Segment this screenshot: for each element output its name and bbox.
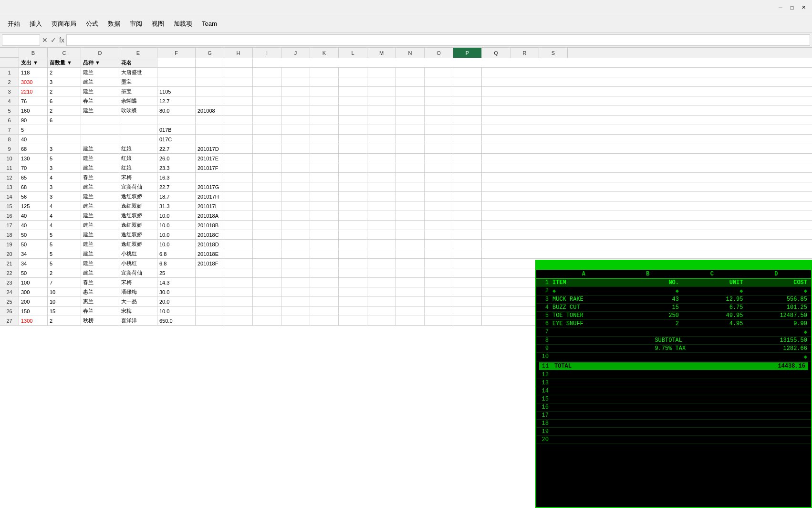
col-header-r[interactable]: R	[510, 48, 539, 58]
cell-b[interactable]: 40	[19, 211, 48, 220]
cell-e[interactable]: 逸红双娇	[119, 230, 157, 239]
cell-d[interactable]: 建兰	[81, 249, 119, 258]
col-header-p[interactable]: P	[453, 48, 482, 58]
cell-d[interactable]: 建兰	[81, 154, 119, 163]
cell-b[interactable]: 50	[19, 240, 48, 249]
cell-c[interactable]	[48, 125, 81, 134]
cell-f[interactable]: 6.8	[157, 249, 196, 258]
cell-f[interactable]: 017B	[157, 125, 196, 134]
cell-c[interactable]: 5	[48, 154, 81, 163]
cell-b[interactable]: 65	[19, 173, 48, 182]
cell-c[interactable]: 6	[48, 96, 81, 106]
col-header-n[interactable]: N	[396, 48, 425, 58]
cell-f[interactable]: 20.0	[157, 297, 196, 306]
cell-d[interactable]: 建兰	[81, 230, 119, 239]
cell-g[interactable]	[196, 116, 224, 125]
cell-d[interactable]: 建兰	[81, 182, 119, 191]
cell-e[interactable]: 逸红双娇	[119, 201, 157, 211]
cell-e[interactable]: 墨宝	[119, 77, 157, 86]
cell-c[interactable]	[48, 135, 81, 144]
cell-b[interactable]: 1300	[19, 316, 48, 325]
cell-d[interactable]	[81, 125, 119, 134]
cell-d[interactable]: 建兰	[81, 268, 119, 277]
cell-e[interactable]: 宜宾荷仙	[119, 182, 157, 191]
cell-f[interactable]: 30.0	[157, 287, 196, 296]
cell-b[interactable]: 300	[19, 287, 48, 296]
cell-e[interactable]	[119, 135, 157, 144]
cell-e[interactable]: 喜洋洋	[119, 316, 157, 325]
cell-c[interactable]: 6	[48, 116, 81, 125]
cell-e[interactable]: 小桃红	[119, 259, 157, 268]
cell-f[interactable]: 12.7	[157, 96, 196, 106]
cell-c[interactable]: 5	[48, 240, 81, 249]
cell-e[interactable]: 潘绿梅	[119, 287, 157, 296]
cell-g[interactable]: 201018E	[196, 249, 224, 258]
menu-addins[interactable]: 加载项	[170, 18, 196, 30]
col-header-q[interactable]: Q	[482, 48, 510, 58]
cell-b[interactable]: 160	[19, 106, 48, 115]
cell-c[interactable]: 7	[48, 278, 81, 287]
col-header-b[interactable]: B	[19, 48, 48, 58]
cell-c[interactable]: 5	[48, 259, 81, 268]
cell-b[interactable]: 50	[19, 268, 48, 277]
header-e[interactable]: 花名	[119, 58, 157, 67]
maximize-button[interactable]: □	[787, 3, 797, 12]
cell-c[interactable]: 3	[48, 163, 81, 172]
cell-e[interactable]: 红娘	[119, 144, 157, 153]
cell-b[interactable]: 34	[19, 259, 48, 268]
cell-c[interactable]: 15	[48, 307, 81, 316]
cell-g[interactable]	[196, 316, 224, 325]
cell-g[interactable]: 201018A	[196, 211, 224, 220]
cell-c[interactable]: 2	[48, 87, 81, 96]
cell-e[interactable]: 红娘	[119, 154, 157, 163]
cell-g[interactable]	[196, 68, 224, 77]
cell-d[interactable]: 建兰	[81, 211, 119, 220]
cell-b[interactable]: 70	[19, 163, 48, 172]
cell-g[interactable]	[196, 287, 224, 296]
cell-f[interactable]	[157, 77, 196, 86]
menu-insert[interactable]: 插入	[26, 18, 46, 30]
cell-g[interactable]	[196, 96, 224, 106]
cell-g[interactable]: 201017F	[196, 163, 224, 172]
cell-e[interactable]	[119, 125, 157, 134]
formula-input[interactable]	[66, 34, 810, 46]
menu-view[interactable]: 视图	[148, 18, 168, 30]
cell-b[interactable]: 150	[19, 307, 48, 316]
cell-c[interactable]: 4	[48, 221, 81, 230]
cell-b[interactable]: 40	[19, 135, 48, 144]
menu-start[interactable]: 开始	[4, 18, 24, 30]
cell-e[interactable]: 大唐盛世	[119, 68, 157, 77]
cell-f[interactable]: 650.0	[157, 316, 196, 325]
cell-b[interactable]: 125	[19, 201, 48, 211]
col-header-o[interactable]: O	[425, 48, 453, 58]
cell-f[interactable]: 017C	[157, 135, 196, 144]
cell-e[interactable]: 红娘	[119, 163, 157, 172]
cell-g[interactable]	[196, 307, 224, 316]
cell-g[interactable]	[196, 77, 224, 86]
cell-e[interactable]: 宜宾荷仙	[119, 268, 157, 277]
cell-g[interactable]: 201017I	[196, 201, 224, 211]
cell-e[interactable]: 小桃红	[119, 249, 157, 258]
menu-formula[interactable]: 公式	[82, 18, 102, 30]
cell-c[interactable]: 2	[48, 68, 81, 77]
cell-c[interactable]: 3	[48, 182, 81, 191]
cell-d[interactable]: 建兰	[81, 259, 119, 268]
cell-d[interactable]: 春兰	[81, 278, 119, 287]
cell-b[interactable]: 40	[19, 221, 48, 230]
cell-c[interactable]: 4	[48, 173, 81, 182]
cell-g[interactable]: 201017D	[196, 144, 224, 153]
cell-c[interactable]: 3	[48, 77, 81, 86]
cell-g[interactable]: 201018F	[196, 259, 224, 268]
cell-f[interactable]: 25	[157, 268, 196, 277]
cell-e[interactable]: 余蝴蝶	[119, 96, 157, 106]
header-d[interactable]: 品种 ▼	[81, 58, 119, 67]
cell-g[interactable]: 201017H	[196, 192, 224, 201]
cell-e[interactable]: 大一品	[119, 297, 157, 306]
cell-e[interactable]: 逸红双娇	[119, 221, 157, 230]
cell-g[interactable]: 201018C	[196, 230, 224, 239]
cell-c[interactable]: 3	[48, 144, 81, 153]
cell-d[interactable]: 惠兰	[81, 297, 119, 306]
cell-f[interactable]: 10.0	[157, 230, 196, 239]
close-button[interactable]: ✕	[799, 3, 808, 12]
col-header-l[interactable]: L	[339, 48, 367, 58]
